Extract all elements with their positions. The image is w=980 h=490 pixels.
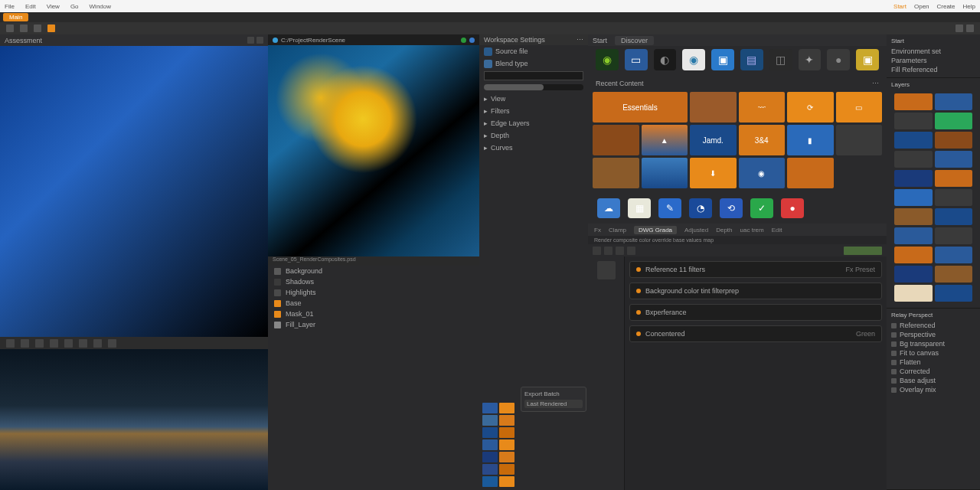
- start-tile[interactable]: [642, 158, 688, 188]
- panel-a-close-icon[interactable]: [256, 37, 263, 44]
- effect-card[interactable]: Background color tint filterprep: [629, 283, 882, 299]
- start-tile[interactable]: ▮: [787, 125, 834, 155]
- properties-menu-icon[interactable]: ⋯: [577, 36, 583, 44]
- layer-row[interactable]: Background: [268, 266, 479, 276]
- rail-app-icon[interactable]: ▦: [628, 198, 651, 218]
- asset-thumb[interactable]: [935, 151, 973, 168]
- start-tile[interactable]: ⟳: [787, 92, 834, 122]
- history-item[interactable]: Bg transparent: [891, 339, 975, 348]
- prop-section[interactable]: ▸Curves: [479, 142, 588, 154]
- ft-stop-icon[interactable]: [35, 339, 44, 348]
- thumb-icon[interactable]: [499, 452, 514, 462]
- thumb-icon[interactable]: [482, 427, 498, 438]
- thumb-icon[interactable]: [499, 403, 514, 413]
- effect-card[interactable]: Bxperferance: [629, 304, 882, 321]
- asset-thumb[interactable]: [894, 208, 933, 225]
- app-icon[interactable]: ✦: [799, 49, 822, 70]
- asset-thumb[interactable]: [935, 227, 973, 244]
- rail-app-icon[interactable]: ⟲: [720, 198, 743, 218]
- inspector-item[interactable]: Fill Referenced: [891, 66, 938, 74]
- timeline-tab[interactable]: Adjusted: [684, 227, 708, 234]
- start-tile[interactable]: Jamd.: [690, 125, 737, 155]
- tool-select-icon[interactable]: [20, 24, 28, 32]
- menu-help[interactable]: Help: [963, 3, 975, 10]
- history-item[interactable]: Fit to canvas: [891, 348, 975, 358]
- app-icon[interactable]: ◫: [769, 49, 792, 70]
- menu-go[interactable]: Go: [70, 3, 79, 10]
- app-icon[interactable]: ◐: [654, 49, 677, 70]
- app-icon[interactable]: ▤: [740, 49, 763, 70]
- timeline-tab[interactable]: Fx: [594, 227, 601, 234]
- asset-thumb[interactable]: [935, 93, 973, 110]
- prop-section[interactable]: ▸Depth: [479, 129, 588, 142]
- rail-app-icon[interactable]: ✓: [750, 198, 773, 218]
- ft-step-icon[interactable]: [50, 339, 58, 348]
- rail-app-icon[interactable]: ✎: [658, 198, 681, 218]
- ft-loop-icon[interactable]: [64, 339, 73, 348]
- start-tile[interactable]: [787, 158, 834, 188]
- asset-thumb[interactable]: [894, 132, 933, 149]
- ft-play-icon[interactable]: [6, 339, 15, 348]
- asset-thumb[interactable]: [894, 285, 933, 302]
- start-tile[interactable]: 〰: [739, 92, 786, 122]
- asset-thumb[interactable]: [894, 266, 933, 283]
- timeline-tab[interactable]: DWG Grada: [634, 226, 677, 234]
- timeline-tab[interactable]: Clamp: [609, 227, 626, 234]
- asset-thumb[interactable]: [935, 113, 973, 129]
- layer-row[interactable]: Shadows: [268, 276, 479, 287]
- asset-thumb[interactable]: [935, 266, 973, 283]
- layer-row[interactable]: Mask_01: [268, 309, 479, 319]
- thumb-icon[interactable]: [499, 415, 514, 426]
- thumb-icon[interactable]: [482, 476, 498, 487]
- history-item[interactable]: Base adjust: [891, 376, 975, 385]
- thumb-icon[interactable]: [499, 439, 514, 450]
- asset-thumb[interactable]: [935, 247, 973, 263]
- ft-rec-icon[interactable]: [79, 339, 87, 348]
- history-item[interactable]: Overlay mix: [891, 385, 975, 394]
- history-item[interactable]: Flatten: [891, 358, 975, 367]
- ft-zoom-icon[interactable]: [108, 339, 116, 348]
- track-thumb-icon[interactable]: [597, 261, 616, 279]
- start-tile[interactable]: ◉: [739, 158, 786, 188]
- start-tile[interactable]: [690, 92, 737, 122]
- rail-app-icon[interactable]: ●: [781, 198, 804, 218]
- asset-thumb[interactable]: [935, 189, 973, 206]
- start-tile[interactable]: [593, 158, 639, 188]
- tool-color-icon[interactable]: [47, 24, 55, 32]
- tool-snap-icon[interactable]: [966, 24, 974, 32]
- history-item[interactable]: Corrected: [891, 367, 975, 376]
- inspector-item[interactable]: Parameters: [891, 57, 927, 64]
- layer-row[interactable]: Highlights: [268, 287, 479, 298]
- asset-thumb[interactable]: [935, 132, 973, 149]
- menu-edit[interactable]: Edit: [25, 3, 36, 10]
- effect-card[interactable]: Reference 11 filtersFx Preset: [629, 261, 882, 278]
- history-item[interactable]: Perspective: [891, 330, 975, 339]
- timeline-tab[interactable]: Depth: [716, 227, 732, 234]
- start-tile[interactable]: ▭: [836, 92, 883, 122]
- tl-del-icon[interactable]: [627, 247, 635, 255]
- floating-line[interactable]: Last Rendered: [524, 400, 583, 408]
- history-item[interactable]: Referenced: [891, 321, 975, 330]
- main-tab[interactable]: Main: [3, 13, 28, 21]
- thumb-icon[interactable]: [482, 403, 498, 413]
- thumb-icon[interactable]: [482, 464, 498, 475]
- viewport-preview[interactable]: [0, 46, 268, 337]
- tl-cut-icon[interactable]: [593, 247, 601, 255]
- rail-app-icon[interactable]: ◔: [689, 198, 712, 218]
- asset-thumb[interactable]: [894, 113, 933, 129]
- timeline-tab[interactable]: uac trem: [740, 227, 764, 234]
- thumb-icon[interactable]: [499, 476, 514, 487]
- asset-thumb[interactable]: [935, 208, 973, 225]
- prop-section[interactable]: ▸Filters: [479, 105, 588, 117]
- app-icon[interactable]: ▣: [711, 49, 734, 70]
- start-tile[interactable]: ▲: [642, 125, 688, 155]
- timeline-tab[interactable]: Edit: [772, 227, 782, 234]
- prop-section[interactable]: ▸Edge Layers: [479, 117, 588, 129]
- prop-input[interactable]: [484, 71, 583, 80]
- menu-create[interactable]: Create: [937, 3, 956, 10]
- tl-copy-icon[interactable]: [604, 247, 612, 255]
- opacity-slider[interactable]: [484, 84, 583, 90]
- tool-home-icon[interactable]: [6, 24, 14, 32]
- tool-brush-icon[interactable]: [34, 24, 41, 32]
- swatch-icon[interactable]: [484, 60, 492, 68]
